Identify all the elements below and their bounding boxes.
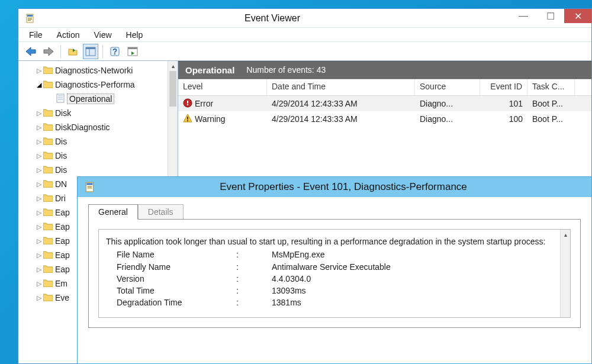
description-scrollbar[interactable]: ▴ (560, 230, 570, 317)
event-count: Number of events: 43 (246, 65, 326, 75)
expand-icon[interactable]: ▷ (35, 67, 43, 75)
svg-rect-3 (28, 19, 32, 20)
svg-text:?: ? (112, 47, 118, 56)
event-row[interactable]: Warning4/29/2014 12:43:33 AMDiagno...100… (178, 111, 591, 127)
description-box: This application took longer than usual … (98, 229, 571, 318)
tree-item-label: Em (55, 279, 67, 288)
tab-details[interactable]: Details (138, 204, 184, 220)
grid-header[interactable]: Level Date and Time Source Event ID Task… (178, 79, 591, 96)
expand-icon[interactable]: ▷ (35, 209, 43, 217)
tree-item-label: Eap (55, 236, 70, 246)
tree-item[interactable]: ▷DiskDiagnostic (18, 120, 178, 134)
event-detail-list: File Name:MsMpEng.exeFriendly Name:Antim… (106, 249, 563, 308)
col-source[interactable]: Source (415, 79, 480, 95)
col-task[interactable]: Task C... (527, 79, 575, 95)
scroll-up-button[interactable]: ▴ (168, 61, 178, 71)
col-datetime[interactable]: Date and Time (267, 79, 415, 95)
expand-icon[interactable]: ▷ (35, 237, 43, 245)
scroll-thumb[interactable] (169, 71, 176, 107)
svg-rect-28 (88, 186, 92, 187)
warning-icon (183, 114, 192, 125)
menu-help[interactable]: Help (126, 30, 143, 40)
folder-icon (43, 265, 55, 275)
menu-view[interactable]: View (94, 30, 111, 40)
detail-colon: : (236, 249, 272, 260)
folder-icon (43, 208, 55, 218)
forward-arrow-icon (43, 46, 54, 57)
tree-item-label: Diagnostics-Performa (55, 80, 135, 89)
tree-item-label: Dri (55, 194, 66, 203)
expand-icon[interactable]: ▷ (35, 252, 43, 259)
folder-arrow-icon (67, 47, 78, 56)
window-controls: — ☐ ✕ (510, 9, 591, 27)
titlebar[interactable]: Event Viewer — ☐ ✕ (18, 9, 591, 28)
expand-icon[interactable]: ▷ (35, 138, 43, 146)
help-button[interactable]: ? (107, 44, 123, 59)
toolbar-separator (102, 45, 103, 58)
tree-item[interactable]: ▷Dis (18, 149, 178, 163)
tab-general[interactable]: General (88, 204, 138, 220)
toolbar: ? (18, 42, 591, 61)
col-level[interactable]: Level (178, 79, 267, 95)
tree-item-label: Eap (55, 250, 70, 260)
tree-item-label: Dis (55, 137, 67, 146)
events-grid[interactable]: Level Date and Time Source Event ID Task… (178, 79, 591, 127)
forward-button[interactable] (41, 44, 56, 59)
expand-icon[interactable]: ◢ (35, 81, 43, 89)
expand-icon[interactable]: ▷ (35, 166, 43, 174)
event-properties-window: Event Properties - Event 101, Diagnostic… (77, 176, 592, 364)
cell-datetime: 4/29/2014 12:43:33 AM (267, 98, 415, 109)
scroll-up-button[interactable]: ▴ (561, 230, 570, 240)
expand-icon[interactable]: ▷ (35, 109, 43, 117)
expand-icon[interactable]: ▷ (35, 152, 43, 160)
folder-icon (43, 123, 55, 133)
maximize-button[interactable]: ☐ (537, 9, 564, 23)
folder-icon (43, 66, 55, 76)
tree-item-label: Disk (55, 108, 71, 118)
tree-item[interactable]: ▷Dis (18, 134, 178, 149)
action-pane-icon (127, 47, 138, 56)
tree-item-label: Diagnostics-Networki (55, 66, 133, 75)
svg-rect-1 (27, 15, 33, 17)
expand-icon[interactable]: ▷ (35, 223, 43, 231)
expand-icon[interactable]: ▷ (35, 195, 43, 202)
detail-key: File Name (106, 249, 236, 260)
expand-icon[interactable]: ▷ (35, 294, 43, 302)
general-panel: This application took longer than usual … (88, 219, 581, 328)
properties-titlebar[interactable]: Event Properties - Event 101, Diagnostic… (78, 177, 591, 197)
detail-key: Friendly Name (106, 261, 236, 273)
expand-icon[interactable]: ▷ (35, 181, 43, 188)
menu-action[interactable]: Action (57, 30, 80, 40)
tree-item[interactable]: Operational (18, 92, 178, 106)
action-pane-button[interactable] (125, 44, 140, 59)
tree-item[interactable]: ▷Disk (18, 106, 178, 120)
app-icon (85, 182, 95, 192)
tree-item[interactable]: ▷Diagnostics-Networki (18, 63, 178, 78)
detail-value: MsMpEng.exe (272, 249, 324, 260)
close-button[interactable]: ✕ (564, 9, 591, 23)
event-row[interactable]: Error4/29/2014 12:43:33 AMDiagno...101Bo… (178, 96, 591, 111)
log-icon (56, 94, 67, 105)
minimize-button[interactable]: — (510, 9, 537, 23)
cell-level: Error (178, 97, 267, 111)
event-description: This application took longer than usual … (106, 236, 563, 247)
tree-item-label: Eap (55, 265, 70, 274)
back-button[interactable] (23, 44, 38, 59)
detail-row: Degradation Time:1381ms (106, 297, 563, 308)
folder-icon (43, 80, 55, 90)
expand-icon[interactable]: ▷ (35, 266, 43, 273)
tree-item-label: Operational (67, 94, 114, 104)
tree-item[interactable]: ▷Dis (18, 163, 178, 177)
expand-icon[interactable]: ▷ (35, 124, 43, 131)
folder-icon (43, 279, 55, 289)
panes-layout-button[interactable] (83, 44, 98, 59)
expand-icon[interactable]: ▷ (35, 280, 43, 288)
tree-item-label: DN (55, 179, 67, 189)
tree-item-label: Dis (55, 165, 67, 175)
detail-colon: : (236, 297, 272, 308)
menu-file[interactable]: File (29, 30, 43, 40)
detail-colon: : (236, 285, 272, 297)
show-tree-button[interactable] (65, 44, 81, 59)
tree-item[interactable]: ◢Diagnostics-Performa (18, 78, 178, 92)
col-event-id[interactable]: Event ID (480, 79, 527, 95)
